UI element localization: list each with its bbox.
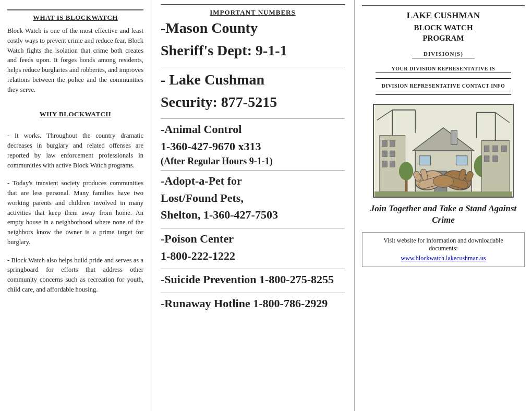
- entry4-block: -Adopt-a-Pet for Lost/Found Pets, Shelto…: [161, 174, 345, 228]
- blockwatch-illustration: [373, 104, 514, 198]
- division-line: [412, 58, 475, 58]
- entry5-block: -Poison Center 1-800-222-1222: [161, 232, 345, 269]
- entry7-block: -Runaway Hotline 1-800-786-2929: [161, 296, 345, 317]
- svg-rect-6: [382, 161, 388, 167]
- svg-rect-25: [501, 146, 506, 152]
- svg-rect-15: [419, 156, 431, 165]
- section1-title: WHAT IS BLOCKWATCH: [7, 14, 143, 22]
- svg-rect-24: [493, 146, 498, 152]
- entry3-block: -Animal Control 1-360-427-9670 x313 (Aft…: [161, 122, 345, 171]
- spacer1: [7, 94, 143, 110]
- svg-point-21: [399, 162, 413, 180]
- entry4-line2: Lost/Found Pets,: [161, 191, 345, 206]
- entry5-line2: 1-800-222-1222: [161, 249, 345, 264]
- top-rule-right: [362, 5, 525, 6]
- svg-rect-26: [484, 156, 489, 162]
- rep-label: YOUR DIVISION REPRESENTATIVE IS: [392, 66, 495, 71]
- illustration-svg: [374, 105, 513, 197]
- middle-column: IMPORTANT NUMBERS -Mason County Sheriff'…: [151, 0, 355, 411]
- left-column: WHAT IS BLOCKWATCH Block Watch is one of…: [0, 0, 151, 411]
- contact-line2: [376, 94, 511, 95]
- visit-link-container[interactable]: www.blockwatch.lakecushman.us: [369, 255, 518, 262]
- block-watch-program: BLOCK WATCH PROGRAM: [414, 23, 473, 43]
- entry4-line1: -Adopt-a-Pet for: [161, 174, 345, 189]
- section2-title: WHY BLOCKWATCH: [7, 110, 143, 118]
- dash1: -: [7, 132, 15, 139]
- entry6-line1: -Suicide Prevention 1-800-275-8255: [161, 272, 345, 287]
- section1-body: Block Watch is one of the most effective…: [7, 26, 143, 94]
- rep-line2: [376, 78, 511, 79]
- lake-cushman-title: LAKE CUSHMAN: [407, 10, 480, 21]
- section2-body2: - Today's transient society produces com…: [7, 178, 143, 247]
- entry5-line1: -Poison Center: [161, 232, 345, 247]
- svg-rect-5: [390, 151, 395, 157]
- entry6-block: -Suicide Prevention 1-800-275-8255: [161, 272, 345, 293]
- important-numbers-header: IMPORTANT NUMBERS: [161, 8, 345, 17]
- svg-rect-3: [390, 140, 395, 147]
- visit-text: Visit website for information and downlo…: [369, 237, 518, 252]
- section2-body3: - Block Watch also helps build pride and…: [7, 256, 143, 295]
- svg-rect-7: [390, 161, 395, 167]
- top-rule-left: [7, 9, 143, 10]
- entry1-line1: -Mason County: [161, 19, 345, 39]
- svg-rect-41: [374, 191, 512, 197]
- join-together-text: Join Together and Take a Stand Against C…: [362, 203, 525, 226]
- entry3-line3: (After Regular Hours 9-1-1): [161, 156, 345, 167]
- entry2-line2: Security: 877-5215: [161, 93, 345, 113]
- entry7-line1: -Runaway Hotline 1-800-786-2929: [161, 296, 345, 311]
- svg-rect-4: [382, 151, 388, 157]
- entry3-line1: -Animal Control: [161, 122, 345, 137]
- spacer3: [7, 170, 143, 178]
- svg-rect-23: [484, 146, 489, 152]
- svg-rect-16: [456, 156, 467, 165]
- entry2-block: - Lake Cushman Security: 877-5215: [161, 70, 345, 119]
- entry1-block: -Mason County Sheriff's Dept: 9-1-1: [161, 19, 345, 67]
- svg-point-36: [433, 175, 453, 187]
- right-column: LAKE CUSHMAN BLOCK WATCH PROGRAM DIVISIO…: [355, 0, 532, 411]
- division-label: DIVISION(S): [424, 51, 463, 57]
- contact-line1: [376, 91, 511, 91]
- website-link[interactable]: www.blockwatch.lakecushman.us: [401, 255, 486, 262]
- section2-body1: - It works. Throughout the country drama…: [7, 131, 143, 170]
- dash2: -: [7, 179, 13, 187]
- rep-line: [376, 72, 511, 73]
- svg-rect-17: [451, 130, 457, 144]
- entry4-line3: Shelton, 1-360-427-7503: [161, 208, 345, 223]
- contact-label: DIVISION REPRESENTATIVE CONTACT INFO: [382, 83, 505, 89]
- entry3-line2: 1-360-427-9670 x313: [161, 139, 345, 154]
- top-rule-mid: [161, 4, 345, 5]
- visit-box: Visit website for information and downlo…: [362, 232, 525, 267]
- entry2-line1: - Lake Cushman: [161, 70, 345, 91]
- svg-rect-27: [493, 156, 498, 162]
- spacer2: [7, 123, 143, 131]
- spacer4: [7, 247, 143, 256]
- svg-rect-2: [382, 140, 388, 147]
- entry1-line2: Sheriff's Dept: 9-1-1: [161, 41, 345, 62]
